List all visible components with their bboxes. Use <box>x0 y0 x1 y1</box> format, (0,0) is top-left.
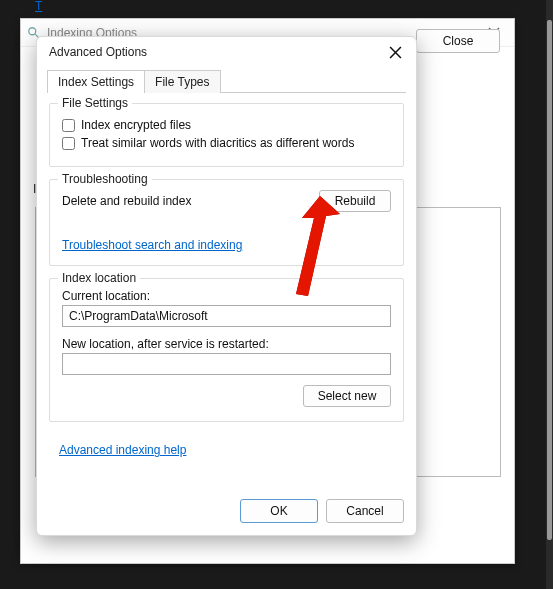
advanced-options-titlebar: Advanced Options <box>37 37 416 67</box>
troubleshooting-group: Troubleshooting Delete and rebuild index… <box>49 179 404 266</box>
index-encrypted-files-checkbox[interactable]: Index encrypted files <box>62 118 391 132</box>
advanced-options-title: Advanced Options <box>49 45 147 59</box>
new-location-label: New location, after service is restarted… <box>62 337 391 351</box>
troubleshooting-legend: Troubleshooting <box>58 172 152 186</box>
page-scrollbar[interactable] <box>546 0 553 589</box>
diacritics-input[interactable] <box>62 137 75 150</box>
svg-point-0 <box>29 27 36 34</box>
advanced-indexing-help-link[interactable]: Advanced indexing help <box>59 443 186 457</box>
current-location-input[interactable] <box>62 305 391 327</box>
select-new-button[interactable]: Select new <box>303 385 391 407</box>
advanced-options-close-button[interactable] <box>382 39 408 65</box>
tab-index-settings[interactable]: Index Settings <box>47 70 145 93</box>
troubleshoot-link[interactable]: Troubleshoot search and indexing <box>62 238 242 252</box>
file-settings-group: File Settings Index encrypted files Trea… <box>49 103 404 167</box>
advanced-tabs: Index Settings File Types <box>47 69 406 93</box>
diacritics-label: Treat similar words with diacritics as d… <box>81 136 354 150</box>
rebuild-label: Delete and rebuild index <box>62 194 191 208</box>
new-location-input[interactable] <box>62 353 391 375</box>
close-button[interactable]: Close <box>416 29 500 53</box>
cancel-button[interactable]: Cancel <box>326 499 404 523</box>
ok-button[interactable]: OK <box>240 499 318 523</box>
index-location-legend: Index location <box>58 271 140 285</box>
rebuild-button[interactable]: Rebuild <box>319 190 391 212</box>
index-location-group: Index location Current location: New loc… <box>49 278 404 422</box>
tab-file-types[interactable]: File Types <box>145 70 220 93</box>
advanced-options-dialog: Advanced Options Index Settings File Typ… <box>36 36 417 536</box>
index-encrypted-files-input[interactable] <box>62 119 75 132</box>
diacritics-checkbox[interactable]: Treat similar words with diacritics as d… <box>62 136 391 150</box>
file-settings-legend: File Settings <box>58 96 132 110</box>
index-encrypted-files-label: Index encrypted files <box>81 118 191 132</box>
tab-panel-index-settings: File Settings Index encrypted files Trea… <box>37 93 416 440</box>
current-location-label: Current location: <box>62 289 391 303</box>
parent-link-t[interactable]: T <box>35 0 44 13</box>
